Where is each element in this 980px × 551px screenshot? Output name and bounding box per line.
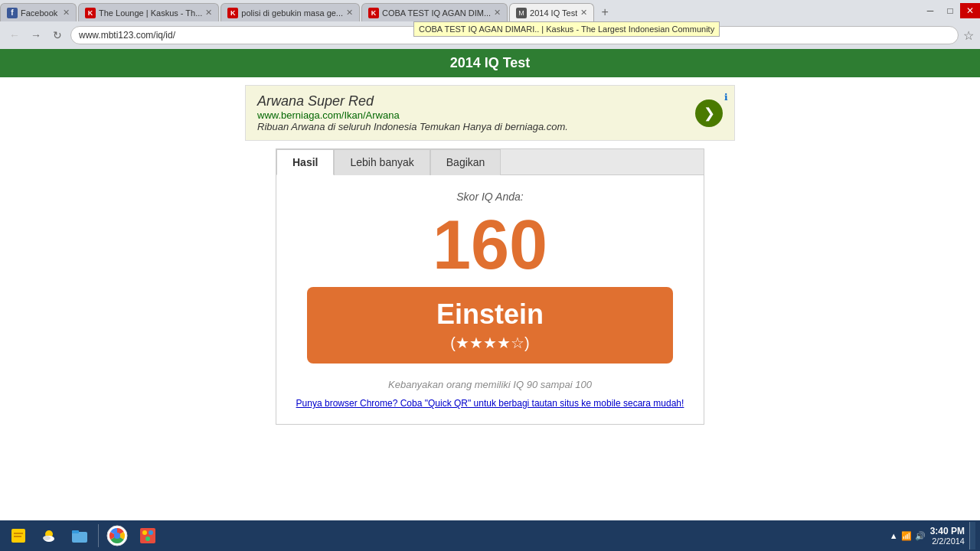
taskbar-paint-icon[interactable] — [134, 522, 162, 549]
taskbar-chrome-icon[interactable] — [103, 522, 131, 549]
tab-kaskus1[interactable]: K The Lounge | Kaskus - Th... ✕ — [78, 3, 219, 21]
ad-arrow-button[interactable]: ❯ — [695, 99, 723, 127]
chrome-link[interactable]: Punya browser Chrome? Coba "Quick QR" un… — [292, 398, 688, 409]
tab-lebih-banyak[interactable]: Lebih banyak — [334, 149, 430, 175]
tab-facebook-close[interactable]: ✕ — [63, 8, 70, 18]
svg-point-12 — [142, 530, 147, 535]
tabs-container: f Facebook ✕ K The Lounge | Kaskus - Th.… — [0, 0, 920, 21]
card-tabs: Hasil Lebih banyak Bagikan — [276, 149, 704, 175]
iq-score: 160 — [292, 210, 688, 279]
taskbar-files-icon[interactable] — [5, 522, 32, 549]
svg-point-14 — [145, 536, 150, 541]
taskbar-right: ▲ 📶 🔊 3:40 PM 2/2/2014 — [890, 522, 975, 549]
svg-point-13 — [149, 530, 153, 535]
tab-bagikan[interactable]: Bagikan — [430, 149, 501, 175]
svg-rect-6 — [72, 532, 87, 543]
ad-content: Arwana Super Red www.berniaga.com/Ikan/A… — [257, 93, 688, 132]
svg-rect-2 — [14, 536, 21, 537]
tab-kaskus1-label: The Lounge | Kaskus - Th... — [99, 8, 202, 18]
ad-info-icon[interactable]: ℹ — [724, 92, 728, 103]
clock-time: 3:40 PM — [930, 526, 965, 536]
ad-description: Ribuan Arwana di seluruh Indonesia Temuk… — [257, 121, 688, 132]
taskbar-folder-icon[interactable] — [66, 522, 93, 549]
tab-facebook-label: Facebook — [21, 8, 60, 18]
tab-iqtest[interactable]: M 2014 IQ Test ✕ — [509, 3, 594, 21]
tab-tooltip: COBA TEST IQ AGAN DIMARI.. | Kaskus - Th… — [413, 21, 720, 37]
reload-button[interactable]: ↻ — [49, 27, 66, 44]
show-desktop-button[interactable] — [969, 522, 975, 549]
tab-kaskus3[interactable]: K COBA TEST IQ AGAN DIM... ✕ — [361, 3, 508, 21]
ad-url[interactable]: www.berniaga.com/Ikan/Arwana — [257, 109, 688, 121]
taskbar-divider — [98, 524, 99, 547]
ad-banner: Arwana Super Red www.berniaga.com/Ikan/A… — [245, 85, 735, 141]
iqtest-favicon: M — [516, 8, 527, 18]
score-label: Skor IQ Anda: — [292, 191, 688, 203]
svg-point-10 — [114, 533, 120, 539]
main-card: Hasil Lebih banyak Bagikan Skor IQ Anda:… — [276, 148, 704, 425]
close-button[interactable]: ✕ — [960, 3, 980, 18]
category-name: Einstein — [318, 298, 662, 331]
tab-kaskus2-close[interactable]: ✕ — [346, 8, 353, 18]
iq-header: 2014 IQ Test — [0, 49, 980, 77]
tray-arrow-icon[interactable]: ▲ — [890, 531, 898, 540]
volume-icon[interactable]: 🔊 — [915, 531, 926, 541]
new-tab-button[interactable]: + — [596, 3, 614, 21]
tab-iqtest-label: 2014 IQ Test — [530, 8, 577, 18]
einstein-box: Einstein (★★★★☆) — [307, 287, 673, 364]
tab-kaskus2[interactable]: K polisi di gebukin masa ge... ✕ — [220, 3, 360, 21]
system-tray: ▲ 📶 🔊 — [890, 531, 926, 541]
facebook-favicon: f — [7, 8, 18, 18]
average-text: Kebanyakan orang memiliki IQ 90 sampai 1… — [292, 379, 688, 390]
title-bar: f Facebook ✕ K The Lounge | Kaskus - Th.… — [0, 0, 980, 21]
svg-rect-7 — [72, 530, 79, 533]
score-area: Skor IQ Anda: 160 Einstein (★★★★☆) Keban… — [276, 175, 704, 424]
back-button[interactable]: ← — [6, 27, 23, 44]
tab-iqtest-close[interactable]: ✕ — [580, 8, 587, 18]
window-controls: ─ □ ✕ — [920, 0, 980, 21]
star-rating: (★★★★☆) — [318, 334, 662, 352]
tab-kaskus1-close[interactable]: ✕ — [205, 8, 212, 18]
taskbar: ▲ 📶 🔊 3:40 PM 2/2/2014 — [0, 520, 980, 551]
kaskus3-favicon: K — [368, 8, 379, 18]
taskbar-weather-icon[interactable] — [35, 522, 63, 549]
kaskus1-favicon: K — [85, 8, 96, 18]
bookmark-star-icon[interactable]: ☆ — [963, 28, 974, 43]
svg-point-5 — [43, 536, 51, 540]
minimize-button[interactable]: ─ — [920, 3, 940, 18]
maximize-button[interactable]: □ — [940, 3, 960, 18]
tab-kaskus3-close[interactable]: ✕ — [494, 8, 501, 18]
tab-hasil[interactable]: Hasil — [276, 149, 334, 175]
tab-kaskus2-label: polisi di gebukin masa ge... — [241, 8, 343, 18]
page-content: 2014 IQ Test Arwana Super Red www.bernia… — [0, 49, 980, 551]
clock[interactable]: 3:40 PM 2/2/2014 — [930, 526, 965, 546]
tab-kaskus3-label: COBA TEST IQ AGAN DIM... — [382, 8, 491, 18]
clock-date: 2/2/2014 — [930, 536, 965, 546]
network-icon: 📶 — [901, 531, 912, 541]
svg-rect-1 — [14, 533, 23, 534]
kaskus2-favicon: K — [227, 8, 238, 18]
tab-facebook[interactable]: f Facebook ✕ — [0, 3, 77, 21]
forward-button[interactable]: → — [28, 27, 44, 44]
ad-title: Arwana Super Red — [257, 93, 688, 109]
